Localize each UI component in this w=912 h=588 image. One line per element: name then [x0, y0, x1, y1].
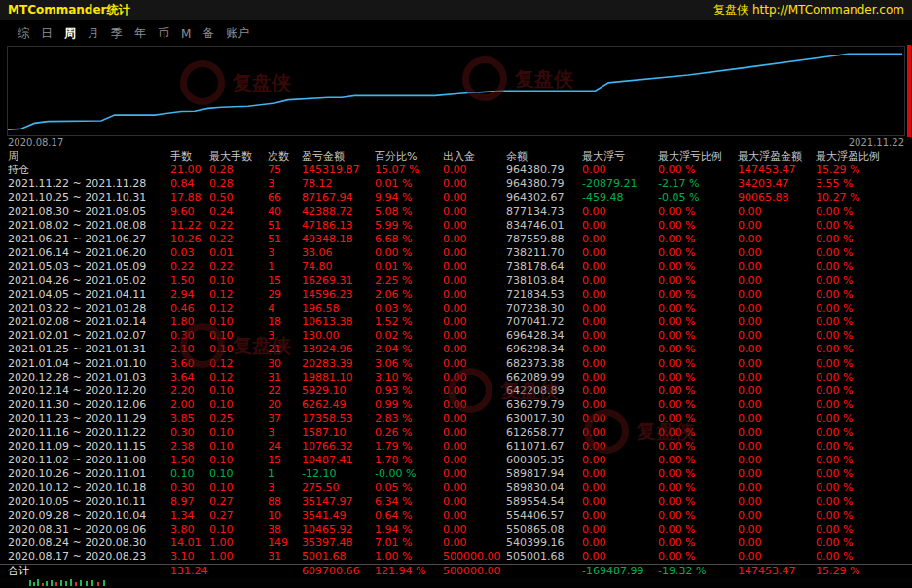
column-header[interactable]: 最大手数	[209, 149, 268, 164]
table-row[interactable]: 2021.02.01 ~ 2021.02.070.300.103130.000.…	[0, 329, 912, 343]
value-cell: 1	[268, 260, 302, 274]
value-cell: 10.26	[170, 233, 209, 246]
value-cell: 3.55 %	[816, 177, 912, 191]
value-cell: 49348.18	[302, 233, 375, 246]
value-cell: 0.00	[738, 357, 816, 371]
value-cell: 3	[268, 246, 302, 260]
table-row[interactable]: 2021.06.14 ~ 2021.06.200.030.01333.060.0…	[0, 246, 912, 260]
period-cell: 2020.11.02 ~ 2020.11.08	[8, 454, 170, 467]
table-row[interactable]: 2021.04.05 ~ 2021.04.112.940.122914596.2…	[0, 288, 912, 302]
column-header[interactable]: 手数	[170, 149, 209, 164]
column-header[interactable]: 周	[8, 149, 170, 164]
table-row[interactable]: 2020.11.02 ~ 2020.11.081.500.101510487.4…	[0, 454, 912, 467]
value-cell: 0.00	[582, 233, 658, 246]
value-cell: -0.05 %	[658, 191, 738, 204]
value-cell: 0.93 %	[375, 385, 443, 398]
column-header[interactable]: 最大浮盈比例	[816, 149, 912, 164]
menu-item-综[interactable]: 综	[12, 25, 35, 42]
column-header[interactable]: 最大浮亏比例	[658, 149, 738, 164]
value-cell: 0.00	[443, 496, 506, 509]
menu-item-币[interactable]: 币	[152, 25, 175, 42]
table-row[interactable]: 2020.08.31 ~ 2020.09.063.800.103810465.9…	[0, 523, 912, 536]
table-row[interactable]: 2021.08.02 ~ 2021.08.0811.220.225147186.…	[0, 219, 912, 233]
value-cell: 0.10	[209, 523, 268, 536]
menu-item-年[interactable]: 年	[128, 25, 152, 42]
table-row[interactable]: 2021.03.22 ~ 2021.03.280.460.124196.580.…	[0, 302, 912, 315]
value-cell: 0.10	[209, 426, 268, 440]
menu-item-日[interactable]: 日	[35, 25, 58, 42]
table-row[interactable]: 2021.11.22 ~ 2021.11.280.840.28378.120.0…	[0, 177, 912, 191]
value-cell: 0.00	[582, 302, 658, 315]
value-cell: 0.00	[582, 496, 658, 509]
value-cell: 0.00	[582, 385, 658, 398]
table-row[interactable]: 2021.10.25 ~ 2021.10.3117.880.506687167.…	[0, 191, 912, 204]
candlestick-mark	[103, 580, 105, 586]
value-cell: 21.00	[170, 164, 209, 177]
menu-item-M[interactable]: M	[175, 27, 197, 41]
column-header[interactable]: 余额	[506, 149, 582, 164]
table-row[interactable]: 2021.02.08 ~ 2021.02.141.800.101810613.3…	[0, 315, 912, 329]
candlestick-mark	[55, 582, 57, 586]
value-cell: 3	[268, 481, 302, 495]
table-row[interactable]: 2020.12.14 ~ 2020.12.202.200.10225929.10…	[0, 385, 912, 398]
column-header[interactable]: 百分比%	[375, 149, 443, 164]
period-cell: 2021.10.25 ~ 2021.10.31	[8, 191, 170, 204]
value-cell: 0.00	[582, 550, 658, 564]
value-cell: 0.00	[443, 205, 506, 219]
value-cell: 0.00 %	[816, 398, 912, 412]
period-cell: 2021.02.08 ~ 2021.02.14	[8, 315, 170, 329]
menu-item-账户[interactable]: 账户	[220, 25, 255, 42]
value-cell: 10.27 %	[816, 191, 912, 204]
menu-bar: 综日周月季年币M备账户	[0, 21, 912, 46]
value-cell: 0.00	[582, 426, 658, 440]
value-cell: 0.00	[582, 467, 658, 481]
table-row[interactable]: 2020.11.30 ~ 2020.12.062.000.10206262.49…	[0, 398, 912, 412]
table-row[interactable]: 2020.11.16 ~ 2020.11.220.300.1031587.100…	[0, 426, 912, 440]
period-cell: 持仓	[8, 164, 170, 177]
table-row[interactable]: 2021.08.30 ~ 2021.09.059.600.244042388.7…	[0, 205, 912, 219]
table-row[interactable]: 2020.10.05 ~ 2020.10.118.970.278835147.9…	[0, 496, 912, 509]
table-row[interactable]: 2020.12.28 ~ 2021.01.033.640.123119881.1…	[0, 371, 912, 385]
value-cell: 74.80	[302, 260, 375, 274]
value-cell: 0.00 %	[658, 315, 738, 329]
menu-item-周[interactable]: 周	[58, 25, 82, 42]
table-row[interactable]: 2020.10.12 ~ 2020.10.180.300.103275.500.…	[0, 481, 912, 495]
value-cell: 6.68 %	[375, 233, 443, 246]
menu-item-季[interactable]: 季	[105, 25, 128, 42]
table-row[interactable]: 2020.08.17 ~ 2020.08.233.101.00315001.68…	[0, 550, 912, 564]
value-cell: 707041.72	[506, 315, 582, 329]
column-header[interactable]: 最大浮盈金额	[738, 149, 816, 164]
table-row[interactable]: 2020.11.09 ~ 2020.11.152.380.102410766.3…	[0, 440, 912, 454]
candlestick-mark	[91, 580, 93, 586]
table-row[interactable]: 2020.10.26 ~ 2020.11.010.100.101-12.10-0…	[0, 467, 912, 481]
value-cell: 6262.49	[302, 398, 375, 412]
value-cell: 0.00	[443, 371, 506, 385]
menu-item-备[interactable]: 备	[197, 25, 220, 42]
table-row[interactable]: 2020.08.24 ~ 2020.08.3014.011.0014935397…	[0, 536, 912, 550]
table-row[interactable]: 2021.05.03 ~ 2021.05.090.220.22174.800.0…	[0, 260, 912, 274]
column-header[interactable]: 最大浮亏	[582, 149, 658, 164]
table-row[interactable]: 2020.09.28 ~ 2020.10.041.340.27103541.49…	[0, 509, 912, 523]
value-cell: 0.00	[443, 191, 506, 204]
table-row[interactable]: 持仓21.000.2875145319.8715.07 %0.00964380.…	[0, 164, 912, 177]
column-header[interactable]: 次数	[268, 149, 302, 164]
total-row[interactable]: 合计131.24609700.66121.94 %500000.00-16948…	[0, 564, 912, 577]
column-header[interactable]: 盈亏金额	[302, 149, 375, 164]
table-row[interactable]: 2021.01.25 ~ 2021.01.312.100.102113924.9…	[0, 343, 912, 356]
value-cell: 540399.16	[506, 536, 582, 550]
brand-link[interactable]: 复盘侠 http://MTCommander.com	[713, 2, 904, 18]
table-row[interactable]: 2021.06.21 ~ 2021.06.2710.260.225149348.…	[0, 233, 912, 246]
value-cell: 5001.68	[302, 550, 375, 564]
menu-item-月[interactable]: 月	[82, 25, 105, 42]
value-cell: 275.50	[302, 481, 375, 495]
value-cell: 78.12	[302, 177, 375, 191]
table-row[interactable]: 2021.01.04 ~ 2021.01.103.600.123020283.3…	[0, 357, 912, 371]
candlestick-mark	[46, 581, 48, 586]
value-cell: 0.00	[738, 509, 816, 523]
table-row[interactable]: 2021.04.26 ~ 2021.05.021.500.101516269.3…	[0, 275, 912, 288]
value-cell: 0.00 %	[658, 426, 738, 440]
value-cell: 0.10	[209, 440, 268, 454]
table-row[interactable]: 2020.11.23 ~ 2020.11.293.850.253717358.5…	[0, 412, 912, 425]
column-header[interactable]: 出入金	[443, 149, 506, 164]
value-cell: 0.26 %	[375, 426, 443, 440]
